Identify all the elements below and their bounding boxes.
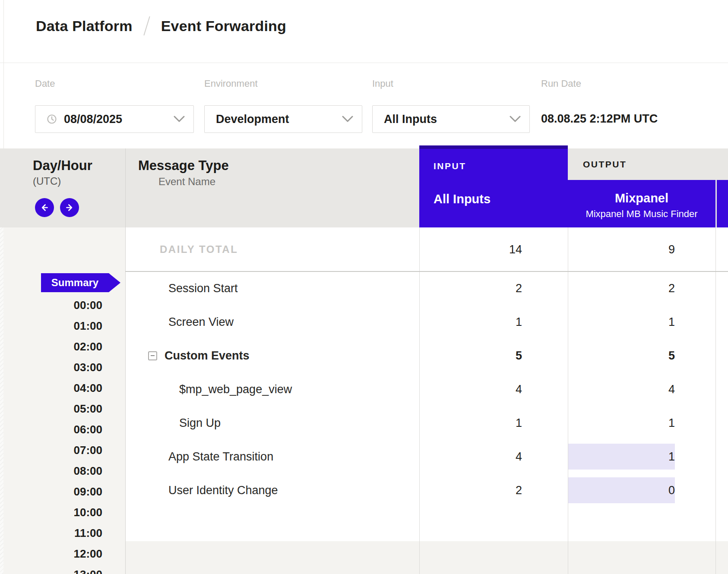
hour-label[interactable]: 01:00 bbox=[26, 319, 102, 333]
environment-filter-label: Environment bbox=[204, 78, 258, 89]
highlighted-output-value: 1 bbox=[568, 444, 675, 470]
row-label: App State Transition bbox=[168, 440, 273, 473]
daily-total-label: DAILY TOTAL bbox=[160, 227, 238, 271]
hour-label[interactable]: 11:00 bbox=[26, 527, 102, 540]
hour-label[interactable]: 03:00 bbox=[26, 361, 102, 374]
row-label: Screen View bbox=[168, 305, 234, 339]
row-custom-events: Custom Events bbox=[148, 339, 250, 372]
row-label: Sign Up bbox=[179, 406, 221, 440]
environment-value: Development bbox=[216, 113, 289, 126]
input-column-name: All Inputs bbox=[434, 192, 491, 206]
row-input-value: 2 bbox=[420, 271, 545, 305]
row-label: User Identity Change bbox=[168, 473, 278, 507]
output-column-header-mixpanel[interactable]: Mixpanel Mixpanel MB Music Finder bbox=[568, 180, 715, 227]
input-section-label: INPUT bbox=[434, 161, 466, 171]
hour-label[interactable]: 13:00 bbox=[26, 568, 102, 574]
environment-dropdown[interactable]: Development bbox=[204, 105, 362, 133]
hour-label[interactable]: 09:00 bbox=[26, 485, 102, 498]
output-column-subtitle: Mixpanel MB Music Finder bbox=[568, 208, 715, 220]
hour-labels-list: 00:0001:0002:0003:0004:0005:0006:0007:00… bbox=[26, 0, 102, 574]
input-dropdown[interactable]: All Inputs bbox=[372, 105, 530, 133]
run-date-label: Run Date bbox=[541, 78, 581, 89]
breadcrumb-separator bbox=[143, 16, 150, 36]
event-forwarding-page: Data Platform Event Forwarding Date Envi… bbox=[0, 0, 728, 574]
chevron-down-icon bbox=[342, 116, 353, 123]
input-value: All Inputs bbox=[384, 113, 437, 126]
hour-label[interactable]: 06:00 bbox=[26, 423, 102, 436]
row-input-value: 1 bbox=[420, 406, 545, 440]
hour-label[interactable]: 08:00 bbox=[26, 464, 102, 478]
chevron-down-icon bbox=[174, 116, 185, 123]
row-label: Session Start bbox=[168, 271, 238, 305]
hour-label[interactable]: 07:00 bbox=[26, 444, 102, 457]
header-divider bbox=[0, 63, 728, 63]
row-input-value: 2 bbox=[420, 473, 545, 507]
breadcrumb-item-event-forwarding: Event Forwarding bbox=[161, 18, 286, 35]
column-divider bbox=[715, 227, 716, 574]
hour-label[interactable]: 00:00 bbox=[26, 299, 102, 312]
row-label: $mp_web_page_view bbox=[179, 372, 292, 406]
daily-total-input-value: 14 bbox=[420, 233, 545, 266]
event-name-subtitle: Event Name bbox=[158, 176, 215, 188]
row-output-value: 2 bbox=[568, 271, 695, 305]
row-input-value: 1 bbox=[420, 305, 545, 339]
run-date-value: 08.08.25 2:12PM UTC bbox=[541, 112, 658, 126]
highlighted-output-value: 0 bbox=[568, 477, 675, 503]
hour-label[interactable]: 04:00 bbox=[26, 382, 102, 395]
message-type-column-title: Message Type bbox=[138, 158, 229, 173]
input-column-header[interactable]: INPUT All Inputs bbox=[419, 145, 568, 227]
hour-label[interactable]: 12:00 bbox=[26, 547, 102, 561]
row-input-value: 5 bbox=[420, 339, 545, 372]
row-output-value: 1 bbox=[568, 305, 695, 339]
input-filter-label: Input bbox=[372, 78, 393, 89]
row-label: Custom Events bbox=[165, 349, 250, 363]
daily-total-output-value: 9 bbox=[568, 233, 695, 266]
row-input-value: 4 bbox=[420, 440, 545, 473]
hour-label[interactable]: 02:00 bbox=[26, 340, 102, 353]
row-input-value: 4 bbox=[420, 372, 545, 406]
output-column-name: Mixpanel bbox=[568, 191, 715, 205]
row-output-value: 1 bbox=[568, 406, 695, 440]
output-section-label: OUTPUT bbox=[583, 159, 627, 170]
row-output-value: 5 bbox=[568, 339, 695, 372]
chevron-down-icon bbox=[510, 116, 521, 123]
output-column-header-next-partial[interactable] bbox=[717, 180, 728, 227]
row-output-value: 4 bbox=[568, 372, 695, 406]
hour-label[interactable]: 10:00 bbox=[26, 506, 102, 519]
table-footer-area bbox=[125, 541, 728, 574]
column-divider bbox=[125, 148, 126, 574]
row-output-cell: 0 bbox=[568, 473, 695, 507]
row-output-cell: 1 bbox=[568, 440, 695, 473]
hour-label[interactable]: 05:00 bbox=[26, 402, 102, 416]
collapse-icon[interactable] bbox=[148, 351, 157, 360]
